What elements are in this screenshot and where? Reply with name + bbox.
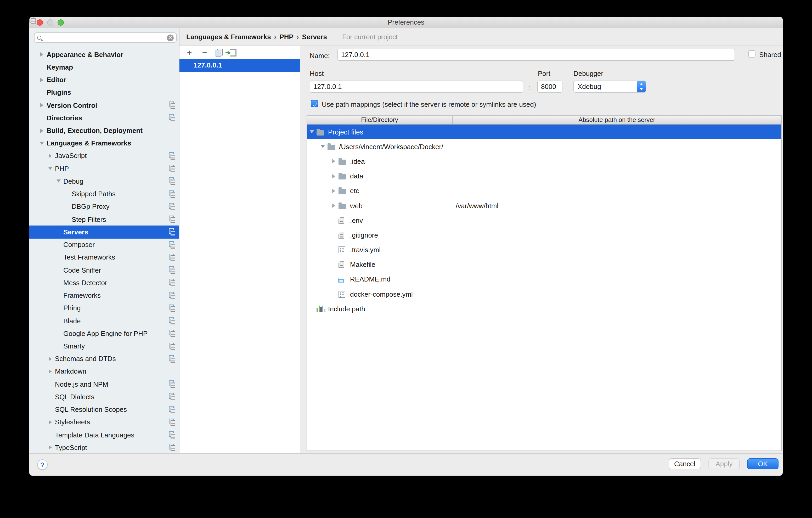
import-server-button[interactable] (230, 49, 236, 57)
port-field[interactable] (537, 81, 562, 93)
shared-checkbox[interactable] (748, 50, 755, 58)
sidebar-item-directories[interactable]: Directories (29, 111, 179, 124)
map-row-readme-md[interactable]: README.md (307, 272, 781, 287)
settings-search-box[interactable]: ✕ (34, 32, 177, 43)
map-row-data[interactable]: data (307, 169, 781, 183)
sidebar-item-php[interactable]: PHP (29, 162, 179, 175)
minimize-button[interactable] (47, 19, 53, 26)
sidebar-item-plugins[interactable]: Plugins (29, 86, 179, 98)
map-row-idea[interactable]: .idea (307, 154, 781, 169)
sidebar-item-sql-resolution-scopes[interactable]: SQL Resolution Scopes (29, 403, 179, 416)
expand-arrow-icon[interactable] (48, 356, 53, 361)
row-icon-slot (339, 247, 347, 253)
expand-arrow-icon[interactable] (48, 369, 53, 374)
server-list-item[interactable]: 127.0.0.1 (179, 59, 300, 71)
apply-button[interactable]: Apply (708, 458, 740, 469)
path-mappings-header: File/Directory Absolute path on the serv… (307, 116, 781, 124)
server-list-toolbar: + − (179, 46, 300, 59)
sidebar-item-languages-frameworks[interactable]: Languages & Frameworks (29, 137, 179, 149)
sidebar-item-debug[interactable]: Debug (29, 175, 179, 188)
collapse-arrow-icon[interactable] (48, 167, 53, 170)
map-row-gitignore[interactable]: .gitignore (307, 228, 781, 242)
map-row-web[interactable]: web/var/www/html (307, 198, 781, 213)
expand-arrow-icon[interactable] (39, 78, 45, 82)
column-header-file-directory[interactable]: File/Directory (307, 116, 453, 124)
search-input[interactable] (41, 34, 167, 41)
sidebar-item-editor[interactable]: Editor (29, 74, 179, 86)
sidebar-item-step-filters[interactable]: Step Filters (29, 213, 179, 226)
sidebar-item-template-data-languages[interactable]: Template Data Languages (29, 429, 179, 441)
expand-arrow-icon[interactable] (39, 52, 45, 57)
expand-arrow-icon[interactable] (48, 445, 53, 450)
expand-arrow-icon[interactable] (39, 103, 45, 107)
sidebar-item-build-execution-deployment[interactable]: Build, Execution, Deployment (29, 124, 179, 137)
map-row-server-path[interactable]: /var/www/html (456, 202, 498, 209)
expand-arrow-icon[interactable] (331, 204, 337, 208)
sidebar-item-code-sniffer[interactable]: Code Sniffer (29, 264, 179, 276)
sidebar-item-keymap[interactable]: Keymap (29, 61, 179, 73)
host-field[interactable] (310, 81, 523, 93)
expand-arrow-icon[interactable] (331, 189, 337, 193)
collapse-arrow-icon[interactable] (39, 142, 45, 145)
map-row-users-vincent-workspace-docker[interactable]: /Users/vincent/Workspace/Docker/ (307, 139, 781, 154)
expand-arrow-icon[interactable] (331, 159, 337, 164)
expand-arrow-icon[interactable] (331, 174, 337, 178)
close-button[interactable] (37, 19, 43, 26)
map-row-etc[interactable]: etc (307, 184, 781, 198)
collapse-arrow-icon[interactable] (320, 145, 325, 148)
sidebar-item-schemas-and-dtds[interactable]: Schemas and DTDs (29, 352, 179, 365)
breadcrumb-segment[interactable]: Languages & Frameworks (186, 33, 271, 41)
clear-search-icon[interactable]: ✕ (167, 34, 174, 41)
map-row-env[interactable]: .env (307, 213, 781, 228)
sidebar-item-test-frameworks[interactable]: Test Frameworks (29, 251, 179, 264)
sidebar-item-dbgp-proxy[interactable]: DBGp Proxy (29, 200, 179, 213)
map-row-travis-yml[interactable]: .travis.yml (307, 242, 781, 257)
ok-button[interactable]: OK (747, 458, 779, 469)
use-path-mappings-label: Use path mappings (select if the server … (322, 100, 536, 108)
sidebar-item-appearance-behavior[interactable]: Appearance & Behavior (29, 48, 179, 61)
breadcrumb-segment[interactable]: PHP (280, 33, 293, 41)
map-row-project-files[interactable]: Project files (307, 124, 781, 139)
sidebar-item-frameworks[interactable]: Frameworks (29, 289, 179, 301)
sidebar-item-sql-dialects[interactable]: SQL Dialects (29, 391, 179, 403)
help-button[interactable]: ? (37, 459, 48, 470)
sidebar-item-version-control[interactable]: Version Control (29, 99, 179, 111)
collapse-arrow-icon[interactable] (309, 130, 314, 134)
expand-arrow-icon[interactable] (39, 128, 45, 133)
map-row-label: .gitignore (350, 231, 378, 239)
sidebar-item-skipped-paths[interactable]: Skipped Paths (29, 188, 179, 200)
sidebar-item-javascript[interactable]: JavaScript (29, 150, 179, 162)
map-row-docker-compose-yml[interactable]: docker-compose.yml (307, 287, 781, 301)
sidebar-item-markdown[interactable]: Markdown (29, 365, 179, 378)
copy-server-button[interactable] (215, 49, 223, 57)
name-field[interactable] (338, 49, 735, 61)
remove-server-button[interactable]: − (200, 49, 209, 57)
column-header-absolute-path[interactable]: Absolute path on the server (453, 116, 781, 124)
sidebar-item-google-app-engine-for-php[interactable]: Google App Engine for PHP (29, 327, 179, 340)
add-server-button[interactable]: + (185, 49, 194, 57)
sidebar-item-smarty[interactable]: Smarty (29, 340, 179, 352)
sidebar-item-composer[interactable]: Composer (29, 238, 179, 251)
zoom-button[interactable] (58, 19, 64, 26)
cancel-button[interactable]: Cancel (668, 458, 701, 469)
title-bar[interactable]: Preferences (29, 17, 783, 28)
sidebar-item-node-js-and-npm[interactable]: Node.js and NPM (29, 378, 179, 390)
sidebar-item-typescript[interactable]: TypeScript (29, 441, 179, 453)
sidebar-item-phing[interactable]: Phing (29, 301, 179, 314)
map-row-makefile[interactable]: Makefile (307, 257, 781, 272)
expand-arrow-icon[interactable] (48, 154, 53, 158)
sidebar-item-servers[interactable]: Servers (29, 226, 179, 238)
breadcrumb-segment[interactable]: Servers (302, 33, 327, 41)
use-path-mappings-checkbox[interactable] (311, 100, 318, 107)
sidebar-item-blade[interactable]: Blade (29, 314, 179, 327)
map-row-include-path[interactable]: Include path (307, 301, 781, 316)
sidebar-item-label: Languages & Frameworks (47, 139, 131, 147)
sidebar-item-stylesheets[interactable]: Stylesheets (29, 416, 179, 429)
sidebar-item-mess-detector[interactable]: Mess Detector (29, 276, 179, 289)
expand-arrow-icon[interactable] (48, 420, 53, 424)
per-project-settings-icon (169, 317, 175, 324)
debugger-select[interactable]: Xdebug (573, 81, 646, 93)
select-stepper-icon[interactable] (637, 81, 646, 92)
collapse-arrow-icon[interactable] (56, 180, 61, 183)
sidebar-item-label: JavaScript (55, 152, 87, 160)
